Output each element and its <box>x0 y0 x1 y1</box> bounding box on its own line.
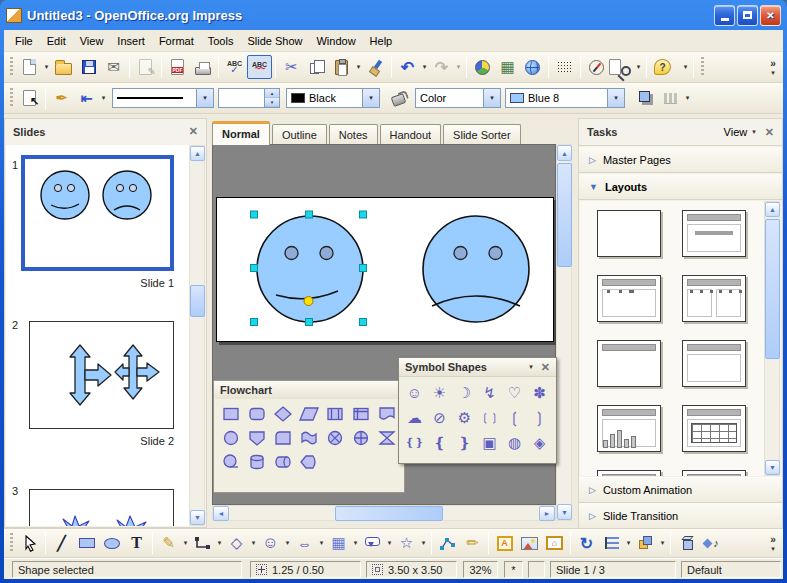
left-brace-icon[interactable]: ❴ <box>427 430 452 455</box>
flowchart-predefined-process[interactable] <box>322 402 348 426</box>
tab-notes[interactable]: Notes <box>329 124 378 145</box>
tasks-view-dropdown[interactable]: ▾ <box>752 120 756 144</box>
close-button[interactable]: ✕ <box>760 5 781 26</box>
scroll-down-button[interactable]: ▼ <box>557 504 572 520</box>
print-button[interactable] <box>190 55 215 79</box>
stars-dropdown[interactable]: ▾ <box>419 531 428 555</box>
paste-dropdown[interactable]: ▾ <box>354 55 363 79</box>
layout-partial[interactable] <box>682 470 746 476</box>
flowchart-alternate-process[interactable] <box>244 402 270 426</box>
slide-thumbnail-1[interactable] <box>21 155 174 271</box>
slides-scrollbar[interactable]: ▲ ▼ <box>189 145 205 526</box>
line-tool[interactable]: ╱ <box>49 531 74 555</box>
flowchart-process[interactable] <box>218 402 244 426</box>
scroll-thumb[interactable] <box>765 219 780 359</box>
interaction-button[interactable]: ♪ <box>699 531 724 555</box>
insert-chart-button[interactable] <box>470 55 495 79</box>
layout-title-table[interactable] <box>682 405 746 452</box>
flowchart-off-page-connector[interactable] <box>244 426 270 450</box>
arrowheads-button[interactable]: ⇤ <box>74 86 99 110</box>
menu-file[interactable]: File <box>8 32 40 50</box>
basic-shapes-tool[interactable]: ◇ <box>224 531 249 555</box>
edit-points-button[interactable] <box>435 531 460 555</box>
section-slide-transition[interactable]: ▷ Slide Transition <box>579 503 782 529</box>
menu-view[interactable]: View <box>73 32 111 50</box>
double-brace-icon[interactable]: ❴❵ <box>402 430 427 455</box>
section-master-pages[interactable]: ▷ Master Pages <box>579 147 782 173</box>
hyperlink-button[interactable] <box>520 55 545 79</box>
cut-button[interactable]: ✂ <box>279 55 304 79</box>
flowchart-sequential-access[interactable] <box>218 450 244 474</box>
right-brace-icon[interactable]: ❵ <box>452 430 477 455</box>
tab-slide-sorter[interactable]: Slide Sorter <box>443 124 520 145</box>
select-tool[interactable] <box>17 531 42 555</box>
left-bracket-icon[interactable]: ❲ <box>502 405 527 430</box>
ellipse-tool[interactable] <box>99 531 124 555</box>
open-button[interactable] <box>51 55 76 79</box>
rectangle-tool[interactable] <box>74 531 99 555</box>
rotate-button[interactable]: ↻ <box>574 531 599 555</box>
menu-window[interactable]: Window <box>309 32 362 50</box>
double-bracket-icon[interactable]: ❲❳ <box>477 405 502 430</box>
scroll-thumb[interactable] <box>557 163 572 267</box>
status-zoom[interactable]: 32% <box>463 561 498 578</box>
insert-table-button[interactable]: ▦ <box>495 55 520 79</box>
new-dropdown[interactable]: ▾ <box>42 55 51 79</box>
flowchart-decision[interactable] <box>270 402 296 426</box>
zoom-button[interactable] <box>609 55 634 79</box>
navigator-button[interactable] <box>584 55 609 79</box>
menu-help[interactable]: Help <box>363 32 400 50</box>
section-layouts[interactable]: ▼ Layouts <box>579 174 782 200</box>
flowchart-internal-storage[interactable] <box>348 402 374 426</box>
symbol-shapes-dropdown[interactable]: ▾ <box>529 355 533 379</box>
right-bracket-icon[interactable]: ❳ <box>527 405 552 430</box>
insert-picture-button[interactable] <box>517 531 542 555</box>
flowchart-data[interactable] <box>296 402 322 426</box>
line-color-dropdown[interactable]: ▾ <box>362 89 379 107</box>
tab-handout[interactable]: Handout <box>380 124 442 145</box>
scroll-thumb[interactable] <box>190 285 205 317</box>
scroll-right-button[interactable]: ► <box>539 506 555 521</box>
layout-partial[interactable] <box>597 470 661 476</box>
toolbar-overflow-dropdown[interactable]: ▾ <box>771 69 775 76</box>
heart-icon[interactable]: ♡ <box>502 380 527 405</box>
save-button[interactable] <box>76 55 101 79</box>
flowchart-connector[interactable] <box>218 426 244 450</box>
fontwork-button[interactable]: A <box>492 531 517 555</box>
tasks-panel-close-icon[interactable]: ✕ <box>765 126 774 139</box>
undo-button[interactable]: ↶ <box>395 55 420 79</box>
fill-button[interactable] <box>386 86 411 110</box>
layout-blank[interactable] <box>597 210 661 257</box>
fill-type-combobox[interactable]: Color ▾ <box>415 88 501 108</box>
alignment-dropdown[interactable]: ▾ <box>624 531 633 555</box>
cloud-icon[interactable]: ☁ <box>402 405 427 430</box>
help-button[interactable]: ? <box>650 55 675 79</box>
connector-dropdown[interactable]: ▾ <box>215 531 224 555</box>
export-pdf-button[interactable]: PDF <box>165 55 190 79</box>
flower-icon[interactable]: ✽ <box>527 380 552 405</box>
symbol-shapes-tool[interactable]: ☺ <box>258 531 283 555</box>
layouts-scrollbar[interactable]: ▲ ▼ <box>764 201 780 476</box>
curve-dropdown[interactable]: ▾ <box>181 531 190 555</box>
glue-points-button[interactable]: ✏ <box>460 531 485 555</box>
toolbar-grip[interactable] <box>10 533 13 553</box>
tasks-view-button[interactable]: View <box>724 126 748 138</box>
arrowheads-dropdown[interactable]: ▾ <box>99 86 108 110</box>
frowny-shape[interactable] <box>423 216 529 322</box>
paste-button[interactable] <box>329 55 354 79</box>
moon-icon[interactable]: ☽ <box>452 380 477 405</box>
block-arrows-tool[interactable]: ⇔ <box>292 531 317 555</box>
toolbar-overflow-chevron[interactable]: » <box>770 59 776 69</box>
layout-title-only[interactable] <box>597 340 661 387</box>
minimize-button[interactable] <box>714 5 735 26</box>
line-button[interactable]: ✒ <box>49 86 74 110</box>
toolbar-overflow-dropdown[interactable]: ▾ <box>771 545 775 552</box>
toolbar-grip[interactable] <box>701 57 704 77</box>
arrange-dropdown[interactable]: ▾ <box>658 531 667 555</box>
tab-outline[interactable]: Outline <box>272 124 327 145</box>
display-grid-button[interactable] <box>552 55 577 79</box>
status-style[interactable]: Default <box>681 561 781 578</box>
diamond-bevel-icon[interactable]: ◈ <box>527 430 552 455</box>
menu-slideshow[interactable]: Slide Show <box>240 32 309 50</box>
line-style-combobox[interactable]: ▾ <box>112 88 214 108</box>
